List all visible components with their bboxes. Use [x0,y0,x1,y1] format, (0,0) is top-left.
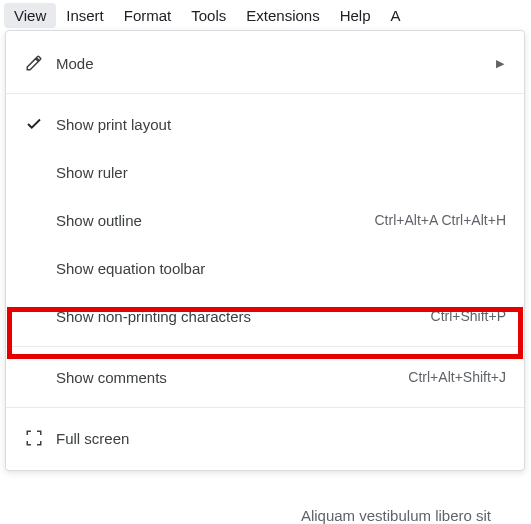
menu-item-show-ruler[interactable]: Show ruler [6,148,524,196]
check-icon [20,115,48,133]
menu-label: Show equation toolbar [48,260,510,277]
menubar: View Insert Format Tools Extensions Help… [0,0,531,30]
menu-item-show-equation-toolbar[interactable]: Show equation toolbar [6,244,524,292]
menu-label: Show comments [48,369,408,386]
menubar-item-help[interactable]: Help [330,3,381,28]
menu-item-show-outline[interactable]: Show outline Ctrl+Alt+A Ctrl+Alt+H [6,196,524,244]
menu-label: Full screen [48,430,510,447]
menu-item-show-print-layout[interactable]: Show print layout [6,100,524,148]
pencil-icon [20,54,48,72]
menubar-item-tools[interactable]: Tools [181,3,236,28]
shortcut-text: Ctrl+Alt+A Ctrl+Alt+H [375,212,511,228]
menu-item-show-non-printing[interactable]: Show non-printing characters Ctrl+Shift+… [6,292,524,340]
menubar-item-view[interactable]: View [4,3,56,28]
menubar-item-insert[interactable]: Insert [56,3,114,28]
menubar-item-more[interactable]: A [381,3,411,28]
view-dropdown: Mode ▶ Show print layout Show ruler Show… [5,30,525,471]
divider [6,346,524,347]
background-doc-text: Aliquam vestibulum libero sit [301,507,491,524]
menu-label: Show outline [48,212,375,229]
menubar-item-format[interactable]: Format [114,3,182,28]
menu-item-show-comments[interactable]: Show comments Ctrl+Alt+Shift+J [6,353,524,401]
fullscreen-icon [20,429,48,447]
menubar-item-extensions[interactable]: Extensions [236,3,329,28]
menu-label: Show print layout [48,116,510,133]
chevron-right-icon: ▶ [496,57,510,70]
shortcut-text: Ctrl+Shift+P [431,308,510,324]
shortcut-text: Ctrl+Alt+Shift+J [408,369,510,385]
menu-item-full-screen[interactable]: Full screen [6,414,524,462]
menu-item-mode[interactable]: Mode ▶ [6,39,524,87]
divider [6,93,524,94]
menu-label: Show ruler [48,164,510,181]
menu-label: Show non-printing characters [48,308,431,325]
menu-label: Mode [48,55,496,72]
divider [6,407,524,408]
